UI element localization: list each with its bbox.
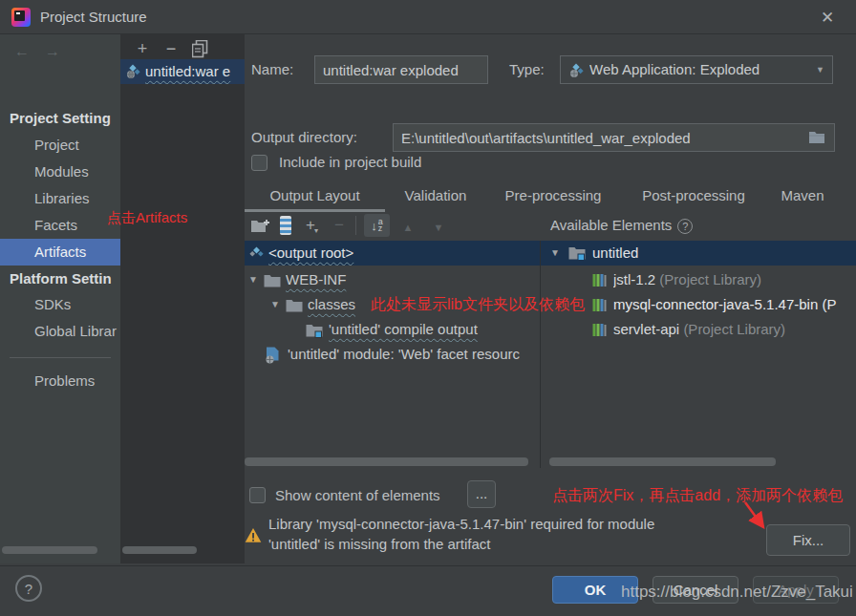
- group-platform-settings: Platform Settin: [0, 266, 120, 292]
- forward-arrow-icon[interactable]: →: [42, 42, 63, 61]
- artifact-list-item-selected[interactable]: untitled:war e: [120, 59, 245, 84]
- library-suffix: (Project Library): [683, 321, 785, 337]
- module-folder-icon: [568, 246, 586, 261]
- titlebar: Project Structure ✕: [0, 0, 856, 34]
- tree-row-output-root[interactable]: <output root>: [245, 241, 540, 266]
- library-icon: [592, 273, 608, 287]
- expander-icon[interactable]: ▼: [268, 292, 282, 317]
- type-combobox[interactable]: Web Application: Exploded ▼: [560, 55, 833, 84]
- web-inf-label: WEB-INF: [286, 267, 400, 292]
- library-suffix: (Project Library): [659, 271, 761, 287]
- browse-elements-button[interactable]: ...: [467, 480, 496, 508]
- sidebar-item-libraries[interactable]: Libraries: [0, 185, 120, 212]
- expander-icon[interactable]: ▼: [246, 267, 260, 292]
- sidebar-item-modules[interactable]: Modules: [0, 159, 120, 185]
- available-elements-help-icon[interactable]: ?: [677, 219, 693, 234]
- close-icon[interactable]: ✕: [814, 5, 841, 32]
- output-root-label: <output root>: [268, 241, 460, 266]
- untitled-module-label: untitled: [592, 241, 736, 266]
- tree-row-facet-resources[interactable]: 'untitled' module: 'Web' facet resourc: [245, 342, 540, 367]
- folder-icon: [286, 299, 303, 312]
- tab-pre-processing[interactable]: Pre-processing: [492, 185, 614, 206]
- selected-tab-underline: [245, 209, 385, 212]
- artifacts-list-hscrollbar-thumb[interactable]: [122, 546, 197, 554]
- artifact-icon: [125, 64, 140, 79]
- artifact-item-label: untitled:war e: [145, 59, 243, 84]
- tree-row-mysql-connector[interactable]: mysql-connector-java-5.1.47-bin (P: [541, 292, 856, 317]
- group-project-settings: Project Setting: [0, 105, 120, 132]
- sort-alphabetically-icon[interactable]: ↓ a z: [364, 214, 390, 237]
- tree-row-untitled-module[interactable]: ▼ untitled: [541, 241, 856, 266]
- compile-output-label: 'untitled' compile output: [329, 317, 534, 342]
- sidebar-item-global-libraries[interactable]: Global Librar: [0, 318, 120, 345]
- new-archive-icon[interactable]: [280, 216, 291, 235]
- tree-row-compile-output[interactable]: 'untitled' compile output: [245, 317, 540, 342]
- include-in-build-checkbox[interactable]: [251, 155, 268, 171]
- name-input[interactable]: [314, 55, 488, 84]
- output-directory-input[interactable]: [393, 123, 835, 152]
- add-artifact-icon[interactable]: +: [132, 38, 153, 59]
- type-label: Type:: [509, 55, 545, 84]
- show-content-checkbox[interactable]: [249, 487, 266, 503]
- tab-maven[interactable]: Maven: [770, 185, 835, 206]
- show-content-label: Show content of elements: [275, 485, 440, 506]
- project-structure-dialog: Project Structure ✕ ← → Project Setting …: [0, 0, 856, 616]
- type-value: Web Application: Exploded: [589, 56, 800, 83]
- sidebar-item-project[interactable]: Project: [0, 132, 120, 159]
- annotation-lib-missing: 此处未显示lib文件夹以及依赖包: [371, 295, 585, 315]
- toolbar-separator: [355, 216, 356, 235]
- tab-post-processing[interactable]: Post-processing: [628, 185, 760, 206]
- combo-arrow-icon[interactable]: ▼: [816, 56, 824, 83]
- help-button[interactable]: ?: [15, 575, 42, 602]
- copy-artifact-icon[interactable]: [192, 40, 208, 58]
- sidebar-hscrollbar-thumb[interactable]: [2, 546, 97, 554]
- warning-message-line2: 'untitled' is missing from the artifact: [268, 535, 775, 554]
- sidebar-item-artifacts[interactable]: Artifacts: [0, 239, 120, 266]
- tab-validation[interactable]: Validation: [394, 185, 478, 206]
- sidebar-divider: [10, 357, 111, 358]
- move-down-icon[interactable]: ▼: [428, 218, 449, 237]
- folder-icon: [264, 274, 281, 287]
- facet-resources-label: 'untitled' module: 'Web' facet resourc: [288, 342, 538, 367]
- intellij-idea-logo-icon: [11, 8, 31, 27]
- library-name: jstl-1.2: [613, 271, 655, 287]
- dialog-title: Project Structure: [40, 0, 147, 34]
- left-tree-hscrollbar-thumb[interactable]: [245, 457, 528, 466]
- remove-artifact-icon[interactable]: −: [160, 38, 182, 59]
- new-folder-icon[interactable]: [250, 218, 270, 234]
- remove-element-icon[interactable]: −: [331, 216, 348, 237]
- include-in-build-label: Include in project build: [279, 152, 421, 173]
- library-icon: [592, 323, 608, 337]
- output-directory-label: Output directory:: [251, 123, 357, 152]
- back-arrow-icon[interactable]: ←: [11, 42, 32, 61]
- web-artifact-icon: [568, 63, 584, 78]
- browse-folder-icon[interactable]: [808, 130, 825, 144]
- sidebar-item-facets[interactable]: Facets: [0, 212, 120, 239]
- annotation-click-fix: 点击两次Fix，再点击add，添加两个依赖包: [552, 486, 843, 506]
- tab-output-layout[interactable]: Output Layout: [245, 185, 385, 206]
- tree-row-web-inf[interactable]: ▼ WEB-INF: [245, 267, 540, 292]
- library-name: servlet-api: [613, 321, 679, 337]
- warning-message-line1: Library 'mysql-connector-java-5.1.47-bin…: [268, 515, 775, 534]
- sidebar-item-sdks[interactable]: SDKs: [0, 291, 120, 318]
- library-icon: [592, 298, 608, 312]
- add-element-caret-icon[interactable]: ▾: [314, 226, 318, 235]
- annotation-arrow-icon: [736, 499, 783, 539]
- artifact-root-icon: [249, 246, 264, 261]
- tree-row-jstl[interactable]: jstl-1.2 (Project Library): [541, 267, 856, 292]
- expander-icon[interactable]: ▼: [548, 241, 562, 266]
- module-output-folder-icon: [306, 324, 323, 338]
- library-name: mysql-connector-java-5.1.47-bin (P: [613, 292, 856, 317]
- watermark-text: https://blog.csdn.net/Zzve_Takui: [621, 583, 853, 602]
- artifacts-list-panel: [120, 34, 245, 563]
- move-up-icon[interactable]: ▲: [397, 218, 418, 237]
- tree-row-servlet-api[interactable]: servlet-api (Project Library): [541, 317, 856, 342]
- right-tree-hscrollbar-thumb[interactable]: [549, 457, 776, 466]
- sidebar-item-problems[interactable]: Problems: [0, 368, 120, 394]
- warning-icon: [245, 527, 262, 543]
- available-elements-header: Available Elements?: [550, 214, 693, 237]
- annotation-click-artifacts: 点击Artifacts: [107, 209, 187, 227]
- web-facet-resource-icon: [266, 347, 280, 364]
- name-label: Name:: [251, 55, 293, 84]
